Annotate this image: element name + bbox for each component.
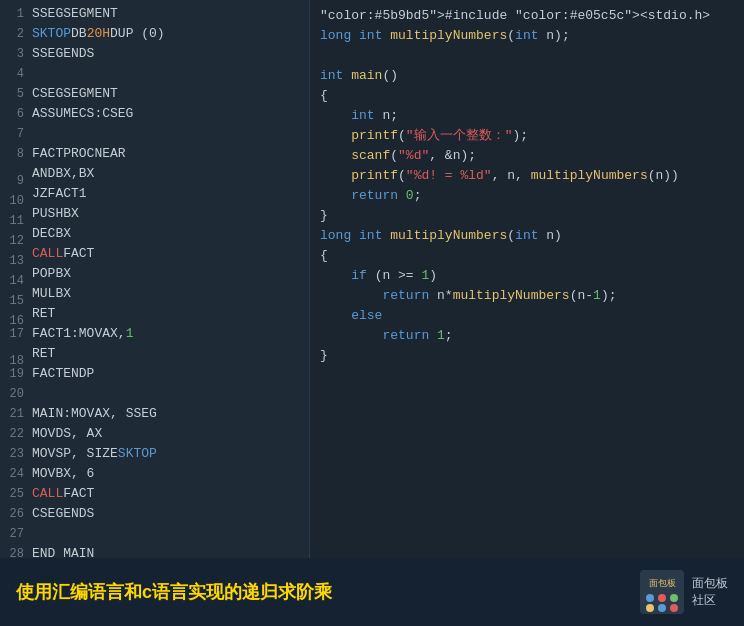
asm-line: 23MOV SP, SIZE SKTOP <box>0 444 309 464</box>
asm-line: 16 RET <box>0 304 309 324</box>
asm-token: BX <box>55 264 71 284</box>
asm-line: 26CSEG ENDS <box>0 504 309 524</box>
c-code-pane: "color:#5b9bd5">#include "color:#e05c5c"… <box>310 0 744 558</box>
asm-token: BX,BX <box>55 164 94 184</box>
asm-token: FACT <box>32 144 63 164</box>
line-number: 19 <box>4 364 24 384</box>
c-code-line: if (n >= 1) <box>320 266 734 286</box>
asm-line: 2SKTOP DB 20H DUP (0) <box>0 24 309 44</box>
asm-content: MAIN: MOV AX, SSEG <box>32 404 305 424</box>
asm-token: ASSUME <box>32 104 79 124</box>
asm-token: AX, <box>102 324 125 344</box>
line-number: 1 <box>4 4 24 24</box>
asm-token: PUSH <box>32 204 63 224</box>
asm-token: JZ <box>32 184 48 204</box>
svg-point-3 <box>658 594 666 602</box>
c-code-line: scanf("%d", &n); <box>320 146 734 166</box>
bottom-caption: 使用汇编语言和c语言实现的递归求阶乘 <box>16 580 640 604</box>
asm-content: MOV DS, AX <box>32 424 305 444</box>
line-number: 9 <box>4 171 24 191</box>
line-number: 8 <box>4 144 24 164</box>
asm-token: MOV <box>79 324 102 344</box>
asm-token: MOV <box>71 404 94 424</box>
main-content: 1SSEG SEGMENT2SKTOP DB 20H DUP (0)3SSEG … <box>0 0 744 558</box>
asm-content: SSEG SEGMENT <box>32 4 305 24</box>
svg-point-2 <box>646 594 654 602</box>
asm-token: CALL <box>32 244 63 264</box>
asm-token: ENDP <box>63 364 94 384</box>
c-code-line: } <box>320 206 734 226</box>
asm-content: CALL FACT <box>32 244 305 264</box>
logo-line1: 面包板 <box>692 575 728 592</box>
asm-token: CSEG <box>32 84 63 104</box>
logo-icon: 面包板 <box>640 570 684 614</box>
asm-line: 9 AND BX,BX <box>0 164 309 184</box>
asm-token: FACT <box>63 484 94 504</box>
asm-line: 11 PUSH BX <box>0 204 309 224</box>
asm-line: 22MOV DS, AX <box>0 424 309 444</box>
asm-line: 14 POP BX <box>0 264 309 284</box>
asm-line: 8FACT PROC NEAR <box>0 144 309 164</box>
asm-line: 4 <box>0 64 309 84</box>
asm-token: ENDS <box>63 44 94 64</box>
asm-token: DEC <box>32 224 55 244</box>
asm-token: SKTOP <box>118 444 157 464</box>
svg-point-7 <box>670 604 678 612</box>
c-code-line <box>320 46 734 66</box>
c-code-line: else <box>320 306 734 326</box>
line-number: 28 <box>4 544 24 558</box>
asm-line: 18 RET <box>0 344 309 364</box>
line-number: 14 <box>4 271 24 291</box>
asm-line: 10 JZ FACT1 <box>0 184 309 204</box>
asm-content: CALL FACT <box>32 484 305 504</box>
asm-token: FACT1: <box>32 324 79 344</box>
asm-token: MOV <box>32 424 55 444</box>
line-number: 26 <box>4 504 24 524</box>
line-number: 25 <box>4 484 24 504</box>
asm-content: JZ FACT1 <box>32 184 305 204</box>
line-number: 6 <box>4 104 24 124</box>
asm-content: SSEG ENDS <box>32 44 305 64</box>
line-number: 4 <box>4 64 24 84</box>
c-code-line: printf("%d! = %ld", n, multiplyNumbers(n… <box>320 166 734 186</box>
asm-token: DS, AX <box>55 424 102 444</box>
svg-point-4 <box>670 594 678 602</box>
asm-token: RET <box>32 344 55 364</box>
line-number: 3 <box>4 44 24 64</box>
bottom-bar: 使用汇编语言和c语言实现的递归求阶乘 面包板 面包板 社区 <box>0 558 744 626</box>
asm-line: 13 CALL FACT <box>0 244 309 264</box>
asm-content: RET <box>32 344 305 364</box>
line-number: 27 <box>4 524 24 544</box>
asm-content: FACT1: MOV AX, 1 <box>32 324 305 344</box>
asm-token: 1 <box>126 324 134 344</box>
asm-content: PUSH BX <box>32 204 305 224</box>
line-number: 11 <box>4 211 24 231</box>
asm-content: CSEG SEGMENT <box>32 84 305 104</box>
asm-content: FACT PROC NEAR <box>32 144 305 164</box>
asm-content: DEC BX <box>32 224 305 244</box>
c-code-line: return n*multiplyNumbers(n-1); <box>320 286 734 306</box>
c-code-line: long int multiplyNumbers(int n) <box>320 226 734 246</box>
asm-line: 1SSEG SEGMENT <box>0 4 309 24</box>
asm-token: POP <box>32 264 55 284</box>
asm-token: 20H <box>87 24 110 44</box>
asm-line: 21MAIN: MOV AX, SSEG <box>0 404 309 424</box>
line-number: 21 <box>4 404 24 424</box>
asm-token: BX <box>55 224 71 244</box>
c-code-line: } <box>320 346 734 366</box>
asm-line: 28END MAIN <box>0 544 309 558</box>
asm-token: CS:CSEG <box>79 104 134 124</box>
c-code-line: return 1; <box>320 326 734 346</box>
asm-token: BX <box>55 284 71 304</box>
c-code-line: { <box>320 86 734 106</box>
line-number: 24 <box>4 464 24 484</box>
asm-content: END MAIN <box>32 544 305 558</box>
asm-content: CSEG ENDS <box>32 504 305 524</box>
line-number: 17 <box>4 324 24 344</box>
svg-point-5 <box>646 604 654 612</box>
asm-token: BX <box>63 204 79 224</box>
asm-content: RET <box>32 304 305 324</box>
asm-token: MOV <box>32 444 55 464</box>
asm-token: NEAR <box>94 144 125 164</box>
asm-line: 24MOV BX, 6 <box>0 464 309 484</box>
